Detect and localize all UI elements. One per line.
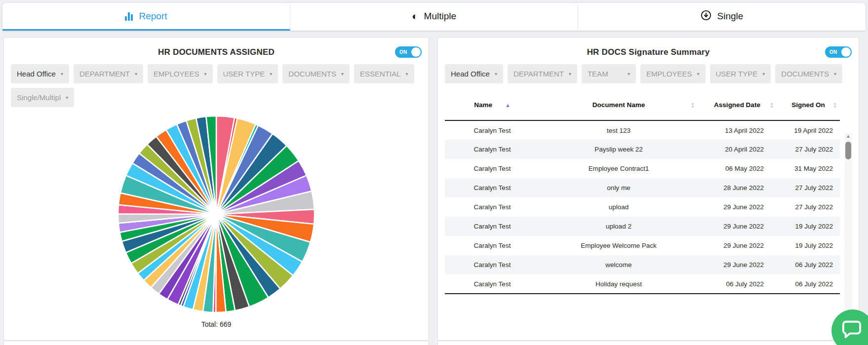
filter-label: USER TYPE — [223, 70, 265, 78]
pie-chart-wrap — [4, 111, 429, 317]
cell-name: Caralyn Test — [445, 274, 540, 294]
table-row: Caralyn TestEmployee Welcome Pack29 June… — [445, 236, 840, 255]
filter-dropdown-head-office[interactable]: Head Office▾ — [11, 64, 69, 83]
column-label-assigned-date: Assigned Date — [714, 100, 760, 110]
chevron-down-icon: ▾ — [569, 71, 571, 77]
cell-document: Payslip week 22 — [540, 140, 698, 159]
filter-dropdown-department[interactable]: DEPARTMENT▾ — [74, 64, 143, 83]
cell-name: Caralyn Test — [445, 120, 540, 140]
chevron-down-icon: ▾ — [135, 71, 137, 77]
filter-dropdown-employees[interactable]: EMPLOYEES▾ — [148, 64, 213, 83]
tab-bar: Report ◐ Multiple Single — [2, 3, 866, 31]
chat-bubble-icon — [841, 319, 862, 339]
left-panel-toggle[interactable]: ON — [395, 46, 422, 58]
right-panel-filters: Head Office▾DEPARTMENT▾TEAM▾EMPLOYEES▾US… — [438, 60, 859, 83]
cell-name: Caralyn Test — [445, 159, 540, 178]
cell-document: Employee Welcome Pack — [540, 236, 698, 255]
table-row: Caralyn TestHoliday request06 July 20220… — [445, 274, 840, 294]
column-header-name[interactable]: Name ▲ — [445, 90, 540, 120]
cell-signed: 27 July 2022 — [777, 197, 840, 217]
next-card-left-edge — [3, 341, 429, 345]
chevron-down-icon: ▾ — [204, 71, 207, 77]
cell-name: Caralyn Test — [445, 197, 540, 217]
filter-label: DOCUMENTS — [288, 70, 336, 78]
left-panel-header: HR DOCUMENTS ASSIGNED ON — [4, 38, 429, 60]
pie-total-label: Total: 669 — [4, 320, 429, 328]
dashboard-page: Report ◐ Multiple Single HR DOCUMENTS AS… — [0, 0, 868, 345]
filter-label: EMPLOYEES — [646, 70, 692, 78]
signature-table-area: Name ▲ Document Name ▲▼ Assigned Date ▲▼ — [445, 90, 840, 294]
filter-dropdown-essential[interactable]: ESSENTIAL▾ — [354, 64, 414, 83]
cell-name: Caralyn Test — [445, 255, 540, 274]
table-row: Caralyn Testonly me28 June 202227 July 2… — [445, 178, 840, 197]
cell-assigned: 06 July 2022 — [698, 274, 777, 294]
filter-label: Single/Multipl — [17, 93, 61, 102]
filter-dropdown-department[interactable]: DEPARTMENT▾ — [508, 64, 577, 83]
right-toggle-knob — [841, 47, 851, 57]
filter-dropdown-documents[interactable]: DOCUMENTS▾ — [282, 64, 350, 83]
right-panel-toggle[interactable]: ON — [825, 46, 852, 58]
signature-table-header-row: Name ▲ Document Name ▲▼ Assigned Date ▲▼ — [445, 90, 840, 120]
tab-report-label: Report — [139, 11, 167, 22]
sort-ascending-icon[interactable]: ▲ — [505, 101, 511, 110]
table-row: Caralyn Testupload 229 June 202219 July … — [445, 217, 840, 236]
filter-dropdown-employees[interactable]: EMPLOYEES▾ — [640, 64, 706, 83]
chevron-down-icon: ▾ — [406, 71, 408, 77]
scrollbar-thumb[interactable] — [845, 142, 851, 159]
filter-label: DEPARTMENT — [513, 70, 564, 78]
filter-dropdown-user-type[interactable]: USER TYPE▾ — [710, 64, 771, 83]
cell-signed: 27 July 2022 — [777, 140, 840, 159]
filter-dropdown-single-multipl[interactable]: Single/Multipl▾ — [11, 88, 74, 107]
cell-signed: 31 May 2022 — [777, 159, 840, 178]
tab-multiple[interactable]: ◐ Multiple — [290, 3, 578, 31]
cell-assigned: 13 April 2022 — [698, 120, 777, 140]
filter-label: EMPLOYEES — [154, 70, 199, 78]
column-header-document-name[interactable]: Document Name ▲▼ — [540, 90, 698, 120]
sort-toggle-icon[interactable]: ▲▼ — [770, 102, 774, 109]
filter-dropdown-head-office[interactable]: Head Office▾ — [445, 64, 503, 83]
cell-document: Holiday request — [540, 274, 698, 294]
tab-single-label: Single — [717, 11, 744, 22]
filter-label: USER TYPE — [716, 70, 758, 78]
cell-name: Caralyn Test — [445, 236, 540, 255]
hr-documents-assigned-panel: HR DOCUMENTS ASSIGNED ON Head Office▾DEP… — [3, 37, 429, 341]
sort-toggle-icon[interactable]: ▲▼ — [833, 102, 837, 109]
chevron-down-icon: ▾ — [61, 71, 63, 77]
table-row: Caralyn Testwelcome29 June 202206 July 2… — [445, 255, 840, 274]
left-panel-title: HR DOCUMENTS ASSIGNED — [158, 47, 275, 57]
column-label-name: Name — [474, 100, 492, 110]
next-card-right-edge — [437, 341, 859, 345]
column-header-assigned-date[interactable]: Assigned Date ▲▼ — [698, 90, 777, 120]
cell-document: welcome — [540, 255, 698, 274]
table-scrollbar[interactable]: ▲ ▼ — [844, 133, 852, 326]
cell-name: Caralyn Test — [445, 217, 540, 236]
tab-report[interactable]: Report — [2, 3, 290, 31]
filter-dropdown-documents[interactable]: DOCUMENTS▾ — [775, 64, 842, 83]
column-header-signed-on[interactable]: Signed On ▲▼ — [777, 90, 840, 120]
cell-assigned: 29 June 2022 — [698, 217, 777, 236]
column-label-document-name: Document Name — [592, 100, 645, 110]
bar-chart-icon — [125, 12, 133, 21]
filter-dropdown-user-type[interactable]: USER TYPE▾ — [217, 64, 278, 83]
filter-label: ESSENTIAL — [360, 70, 401, 78]
sort-toggle-icon[interactable]: ▲▼ — [691, 102, 695, 109]
filter-dropdown-team[interactable]: TEAM▾ — [582, 64, 636, 83]
filter-label: DEPARTMENT — [79, 70, 130, 78]
cell-document: Employee Contract1 — [540, 159, 698, 178]
cell-assigned: 29 June 2022 — [698, 236, 777, 255]
table-row: Caralyn Testupload29 June 202227 July 20… — [445, 197, 840, 217]
chevron-down-icon: ▾ — [270, 71, 272, 77]
filter-label: Head Office — [451, 70, 490, 78]
tab-multiple-label: Multiple — [424, 11, 456, 22]
cell-name: Caralyn Test — [445, 178, 540, 197]
chevron-down-icon: ▾ — [628, 71, 630, 77]
cell-signed: 19 July 2022 — [777, 217, 840, 236]
right-panel-header: HR DOCS Signature Summary ON — [438, 38, 859, 60]
cell-signed: 19 July 2022 — [777, 236, 840, 255]
left-toggle-on-label: ON — [399, 49, 407, 55]
hr-docs-signature-summary-panel: HR DOCS Signature Summary ON Head Office… — [437, 37, 859, 341]
cell-assigned: 06 May 2022 — [698, 159, 777, 178]
tab-single[interactable]: Single — [578, 3, 866, 31]
cell-assigned: 29 June 2022 — [698, 197, 777, 217]
scroll-up-arrow-icon[interactable]: ▲ — [844, 133, 852, 140]
